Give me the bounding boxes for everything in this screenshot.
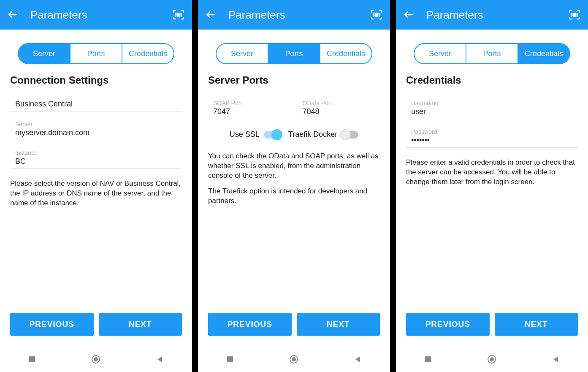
password-field[interactable]: Password ••••••• (406, 125, 578, 148)
username-label: Username (411, 100, 573, 106)
previous-button[interactable]: PREVIOUS (10, 313, 94, 336)
tab-server[interactable]: Server (217, 44, 268, 63)
nav-recent-icon[interactable] (26, 353, 38, 365)
soap-port-value: 7047 (213, 107, 286, 116)
svg-rect-26 (425, 356, 431, 362)
barcode-scan-icon[interactable] (568, 8, 581, 22)
tab-credentials[interactable]: Credentials (122, 44, 173, 63)
tab-ports[interactable]: Ports (268, 44, 320, 63)
svg-rect-16 (227, 356, 233, 362)
page-title: Parameters (30, 8, 160, 22)
footer-buttons: PREVIOUS NEXT (396, 313, 588, 346)
instance-value: BC (15, 157, 177, 166)
footer-buttons: PREVIOUS NEXT (198, 313, 390, 346)
page-title: Parameters (426, 8, 556, 22)
help-text: Please select the version of NAV or Busi… (10, 179, 182, 208)
soap-port-label: SOAP Port (213, 100, 286, 106)
appbar: Parameters (198, 0, 390, 30)
content-area: Server Ports Credentials Connection Sett… (0, 30, 192, 313)
ssl-toggle[interactable] (264, 131, 281, 138)
ssl-label: Use SSL (230, 130, 260, 139)
next-button[interactable]: NEXT (297, 313, 380, 336)
help-text-2: The Traefick option is intended for deve… (208, 187, 380, 206)
server-field[interactable]: Server myserver.domain.com (10, 117, 182, 140)
svg-point-8 (94, 357, 98, 361)
odata-port-value: 7048 (303, 107, 375, 116)
svg-rect-6 (29, 356, 35, 362)
help-text-1: You can check the OData and SOAP ports, … (208, 152, 380, 181)
traefik-toggle[interactable] (341, 131, 358, 138)
nav-back-icon[interactable] (154, 353, 166, 365)
traefik-label: Traefik Docker (288, 130, 337, 139)
tab-bar: Server Ports Credentials (414, 43, 570, 64)
nav-back-icon[interactable] (352, 353, 364, 365)
android-navbar (396, 346, 588, 372)
nav-recent-icon[interactable] (224, 353, 236, 365)
odata-port-label: OData Port (303, 100, 375, 106)
nav-back-icon[interactable] (550, 353, 562, 365)
svg-marker-29 (553, 356, 558, 362)
help-text: Please enter a valid credentials in orde… (406, 158, 578, 187)
next-button[interactable]: NEXT (99, 313, 182, 336)
nav-home-icon[interactable] (288, 353, 300, 365)
back-button[interactable] (7, 9, 19, 21)
page-title: Parameters (228, 8, 358, 22)
svg-marker-19 (355, 356, 360, 362)
nav-home-icon[interactable] (90, 353, 102, 365)
android-navbar (198, 346, 390, 372)
nav-home-icon[interactable] (486, 353, 498, 365)
nav-recent-icon[interactable] (422, 353, 434, 365)
previous-button[interactable]: PREVIOUS (208, 313, 292, 336)
version-value: Business Central (15, 100, 177, 109)
svg-point-18 (292, 357, 296, 361)
instance-field[interactable]: Instance BC (10, 146, 182, 169)
back-button[interactable] (205, 9, 217, 21)
section-heading: Credentials (406, 74, 578, 86)
svg-point-28 (490, 357, 494, 361)
screen-ports: Parameters Server Ports Credentials Serv… (198, 0, 390, 372)
appbar: Parameters (0, 0, 192, 30)
barcode-scan-icon[interactable] (172, 8, 185, 22)
tab-credentials[interactable]: Credentials (518, 44, 569, 63)
android-navbar (0, 346, 192, 372)
content-area: Server Ports Credentials Credentials Use… (396, 30, 588, 313)
password-label: Password (411, 128, 573, 135)
previous-button[interactable]: PREVIOUS (406, 313, 490, 336)
tab-server[interactable]: Server (415, 44, 466, 63)
screen-credentials: Parameters Server Ports Credentials Cred… (396, 0, 588, 372)
next-button[interactable]: NEXT (495, 313, 578, 336)
barcode-scan-icon[interactable] (370, 8, 383, 22)
tab-bar: Server Ports Credentials (216, 43, 372, 64)
tab-ports[interactable]: Ports (70, 44, 122, 63)
password-value: ••••••• (411, 136, 573, 145)
section-heading: Server Ports (208, 74, 380, 86)
tab-credentials[interactable]: Credentials (320, 44, 371, 63)
username-value: user (411, 107, 573, 116)
section-heading: Connection Settings (10, 74, 182, 86)
soap-port-field[interactable]: SOAP Port 7047 (208, 96, 291, 119)
appbar: Parameters (396, 0, 588, 30)
username-field[interactable]: Username user (406, 96, 578, 119)
instance-label: Instance (15, 149, 177, 156)
version-field[interactable]: Business Central (10, 96, 182, 111)
tab-ports[interactable]: Ports (466, 44, 518, 63)
toggle-row: Use SSL Traefik Docker (208, 130, 380, 139)
tab-server[interactable]: Server (19, 44, 70, 63)
server-label: Server (15, 121, 177, 128)
footer-buttons: PREVIOUS NEXT (0, 313, 192, 346)
server-value: myserver.domain.com (15, 128, 177, 137)
odata-port-field[interactable]: OData Port 7048 (298, 96, 380, 119)
svg-marker-9 (157, 356, 162, 362)
tab-bar: Server Ports Credentials (18, 43, 174, 64)
screen-server: Parameters Server Ports Credentials Conn… (0, 0, 192, 372)
back-button[interactable] (403, 9, 415, 21)
content-area: Server Ports Credentials Server Ports SO… (198, 30, 390, 313)
